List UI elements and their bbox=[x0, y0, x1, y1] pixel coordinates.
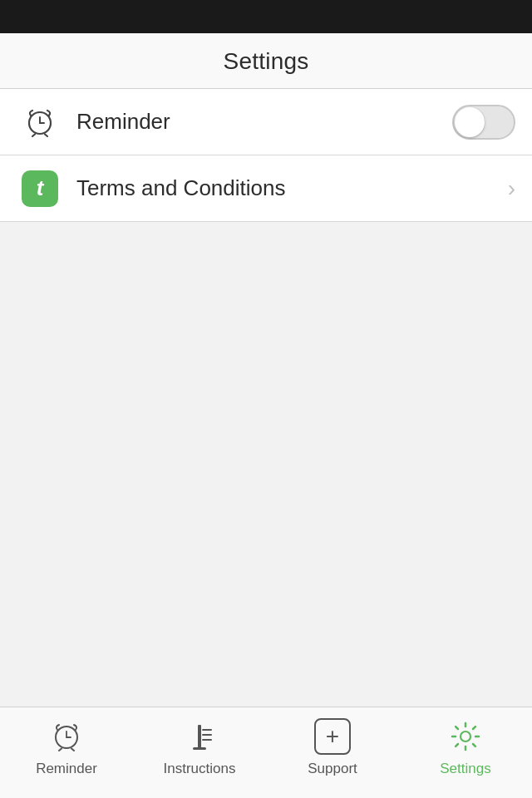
svg-line-3 bbox=[32, 134, 35, 136]
toggle-knob bbox=[455, 107, 485, 137]
svg-line-4 bbox=[45, 134, 47, 136]
alarm-icon bbox=[22, 104, 58, 140]
content-area: Reminder t Terms and Conditions › bbox=[0, 89, 532, 707]
tab-settings-icon bbox=[446, 717, 485, 756]
settings-item-terms[interactable]: t Terms and Conditions › bbox=[0, 155, 532, 222]
reminder-icon-wrapper bbox=[17, 99, 63, 145]
tab-support-label: Support bbox=[308, 761, 357, 777]
reminder-label: Reminder bbox=[76, 109, 452, 135]
gear-icon bbox=[447, 718, 484, 755]
tab-reminder-label: Reminder bbox=[36, 761, 97, 777]
settings-item-reminder[interactable]: Reminder bbox=[0, 89, 532, 155]
tab-support-icon: + bbox=[313, 717, 352, 756]
tab-reminder-icon bbox=[47, 717, 86, 756]
tab-instructions[interactable]: Instructions bbox=[133, 717, 266, 777]
support-plus-icon: + bbox=[326, 725, 339, 748]
svg-rect-10 bbox=[198, 725, 201, 748]
settings-list: Reminder t Terms and Conditions › bbox=[0, 89, 532, 222]
page-title: Settings bbox=[224, 48, 309, 74]
svg-line-9 bbox=[71, 749, 74, 751]
tab-instructions-icon bbox=[180, 717, 219, 756]
header: Settings bbox=[0, 33, 532, 89]
tab-settings-label: Settings bbox=[440, 761, 490, 777]
tab-settings[interactable]: Settings bbox=[399, 717, 532, 777]
tab-instructions-label: Instructions bbox=[164, 761, 236, 777]
instructions-icon-svg bbox=[181, 718, 218, 755]
tab-support[interactable]: + Support bbox=[266, 717, 399, 777]
support-box-icon: + bbox=[314, 718, 351, 755]
svg-point-15 bbox=[461, 732, 470, 741]
status-bar bbox=[0, 0, 532, 33]
terms-icon: t bbox=[22, 170, 58, 207]
tab-reminder[interactable]: Reminder bbox=[0, 717, 133, 777]
terms-label: Terms and Conditions bbox=[76, 175, 500, 201]
svg-rect-11 bbox=[193, 747, 206, 750]
tab-bar: Reminder Instructions + Support bbox=[0, 707, 532, 798]
chevron-icon: › bbox=[508, 175, 515, 202]
svg-line-8 bbox=[59, 749, 62, 751]
reminder-toggle[interactable] bbox=[452, 105, 515, 140]
tab-alarm-icon bbox=[48, 718, 85, 755]
terms-icon-wrapper: t bbox=[17, 165, 63, 212]
